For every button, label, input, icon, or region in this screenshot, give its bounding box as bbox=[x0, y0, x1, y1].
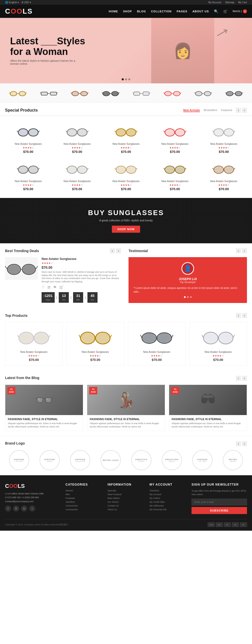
product-card[interactable]: New Aviator Sunglasses ★★★★☆ $70.00 bbox=[53, 157, 102, 194]
shop-now-button[interactable]: SHOP NOW bbox=[112, 226, 140, 233]
top-product-name: New Aviator Sunglasses bbox=[130, 351, 183, 353]
footer-link-women[interactable]: Women bbox=[66, 489, 103, 492]
top-product-card[interactable]: New Aviator Sunglasses ★★★★☆ $70.00 bbox=[5, 322, 63, 366]
top-products-prev-btn[interactable]: ‹ bbox=[236, 313, 241, 318]
blog-next-btn[interactable]: › bbox=[242, 376, 247, 381]
product-card[interactable]: New Aviator Sunglasses ★★★★☆ $70.00 bbox=[102, 120, 150, 157]
brands-next-btn[interactable]: › bbox=[242, 441, 247, 446]
top-product-card[interactable]: New Aviator Sunglasses ★★★★☆ $70.00 bbox=[189, 322, 247, 366]
glasses-filter-3[interactable] bbox=[68, 88, 91, 98]
product-card[interactable]: New Aviator Sunglasses ★★★★☆ $70.00 bbox=[150, 120, 199, 157]
footer-link-contact-us[interactable]: Contact Us bbox=[108, 504, 145, 507]
linkedin-icon[interactable]: in bbox=[21, 505, 27, 512]
footer-link-my-addresses[interactable]: My Addresses bbox=[149, 504, 186, 507]
my-cart-link[interactable]: My Cart bbox=[238, 1, 247, 4]
cart-icon[interactable]: 🛒 bbox=[223, 9, 228, 13]
footer-link-new-products[interactable]: New Products bbox=[108, 493, 145, 496]
brand-logo-4[interactable]: RETRO LOGO bbox=[101, 450, 121, 470]
footer-logo[interactable]: COOLS bbox=[5, 483, 60, 489]
tab-featured[interactable]: Featured bbox=[221, 109, 232, 112]
product-card[interactable]: New Aviator Sunglasses ★★★★☆ $70.00 bbox=[53, 120, 102, 157]
t-dot-2[interactable] bbox=[187, 296, 189, 298]
product-card[interactable]: New Aviator Sunglasses ★★★★☆ $70.00 bbox=[150, 157, 199, 194]
language-selector[interactable]: 🌐 English ▾ bbox=[5, 1, 19, 4]
brand-logo-1[interactable]: VINTAGE EST. 2015 bbox=[9, 450, 29, 470]
product-card[interactable]: New Aviator Sunglasses ★★★★☆ $70.00 bbox=[102, 157, 150, 194]
tab-new-arrivals[interactable]: New Arrivals bbox=[183, 109, 200, 112]
products-prev-btn[interactable]: ‹ bbox=[236, 108, 241, 113]
brand-logo-2[interactable]: HIPSTER BRAND bbox=[40, 450, 60, 470]
brand-logo-5[interactable]: CREATIVS STUDIO bbox=[131, 450, 151, 470]
sitemap-link[interactable]: Sitemap bbox=[225, 1, 234, 4]
footer-link-footwear[interactable]: Footwear bbox=[66, 497, 103, 499]
footer-link-my-orders[interactable]: My Orders bbox=[149, 497, 186, 499]
glasses-filter-4[interactable] bbox=[99, 88, 122, 98]
nav-collection[interactable]: COLLECTION bbox=[151, 10, 172, 13]
hero-dot-2[interactable] bbox=[125, 78, 127, 80]
glasses-filter-7[interactable] bbox=[192, 88, 214, 98]
footer-link-my-account[interactable]: My Account bbox=[149, 493, 186, 496]
testimonial-prev-btn[interactable]: ‹ bbox=[236, 248, 241, 253]
newsletter-email-input[interactable] bbox=[192, 499, 247, 505]
footer-link-jewellery[interactable]: Jewellery bbox=[66, 501, 103, 503]
footer-link-specials[interactable]: Specials bbox=[108, 489, 145, 492]
hero-dot-3[interactable] bbox=[128, 78, 130, 80]
nav-blog[interactable]: BLOG bbox=[137, 10, 146, 13]
currency-selector[interactable]: $ USD ▾ bbox=[21, 1, 31, 4]
top-product-card[interactable]: New Aviator Sunglasses ★★★★☆ $70.00 bbox=[67, 322, 124, 366]
product-card[interactable]: New Aviator Sunglasses ★★★★☆ $70.00 bbox=[199, 157, 248, 194]
trending-next-btn[interactable]: › bbox=[116, 248, 121, 253]
blog-prev-btn[interactable]: ‹ bbox=[236, 376, 241, 381]
brand-logo-6[interactable]: CREATIVES DESIGN bbox=[162, 450, 182, 470]
search-icon[interactable]: 🔍 bbox=[214, 9, 218, 13]
blog-card-3[interactable]: 🕶 11 AUG FASHIONS FADE, STYLE IS ETERNAL… bbox=[169, 385, 247, 431]
brand-logo-8[interactable]: RETRO BRAND bbox=[223, 450, 243, 470]
top-product-card[interactable]: New Aviator Sunglasses ★★★★☆ $70.00 bbox=[128, 322, 186, 366]
blog-card-1[interactable]: 👓 11 AUG FASHIONS FADE, STYLE IS ETERNAL… bbox=[5, 385, 83, 431]
logo[interactable]: COOLS bbox=[5, 7, 33, 15]
footer-link-personal-info[interactable]: My Personal Info bbox=[149, 508, 186, 511]
product-card[interactable]: New Aviator Sunglasses ★★★★☆ $70.00 bbox=[199, 120, 248, 157]
tab-bestsellers[interactable]: Bestsellers bbox=[204, 109, 217, 112]
compare-icon[interactable]: ⚖ bbox=[47, 285, 51, 289]
testimonial-next-btn[interactable]: › bbox=[242, 248, 247, 253]
top-products-next-btn[interactable]: › bbox=[242, 313, 247, 318]
glasses-filter-6[interactable] bbox=[161, 88, 184, 98]
newsletter-subscribe-btn[interactable]: SUBSCRIBE bbox=[192, 507, 247, 514]
nav-shop[interactable]: SHOP bbox=[123, 10, 132, 13]
product-card[interactable]: New Aviator Sunglasses ★★★★☆ $70.00 bbox=[4, 157, 53, 194]
glasses-filter-8[interactable] bbox=[223, 88, 245, 98]
t-dot-3[interactable] bbox=[190, 296, 192, 298]
wishlist-icon[interactable]: ♡ bbox=[42, 285, 45, 289]
brand-logo-7[interactable]: VINTAGE EST. 1985 bbox=[192, 450, 212, 470]
trending-prev-btn[interactable]: ‹ bbox=[110, 248, 115, 253]
product-card[interactable]: New Aviator Sunglasses ★★★★☆ $70.00 bbox=[4, 120, 53, 157]
nav-pages[interactable]: PAGES bbox=[177, 10, 187, 13]
view-icon[interactable]: 👁 bbox=[53, 285, 57, 289]
footer-link-accessories-1[interactable]: Accessories bbox=[66, 504, 103, 507]
footer-link-about-us[interactable]: About Us bbox=[108, 508, 145, 511]
t-dot-1[interactable] bbox=[184, 296, 186, 298]
nav-about[interactable]: ABOUT US bbox=[193, 10, 209, 13]
glasses-filter-5[interactable] bbox=[130, 88, 153, 98]
footer-link-credit-slips[interactable]: My Credit Slips bbox=[149, 501, 186, 503]
nav-home[interactable]: HOME bbox=[109, 10, 118, 13]
cart-add-icon[interactable]: 🛒 bbox=[59, 285, 64, 289]
footer-link-men[interactable]: Men bbox=[66, 493, 103, 496]
twitter-icon[interactable]: t bbox=[29, 505, 35, 512]
glasses-filter-1[interactable] bbox=[7, 88, 29, 98]
my-account-link[interactable]: My Account bbox=[208, 1, 222, 4]
glasses-filter-2[interactable] bbox=[38, 88, 60, 98]
footer-link-checkout[interactable]: Checkout bbox=[149, 489, 186, 492]
brands-prev-btn[interactable]: ‹ bbox=[236, 441, 241, 446]
footer-link-best-sellers[interactable]: Best Sellers bbox=[108, 497, 145, 499]
footer-link-our-stores[interactable]: Our Stores bbox=[108, 501, 145, 503]
hero-dot-1[interactable] bbox=[122, 78, 124, 80]
brand-logo-3[interactable]: VINTAGE COLLECTION bbox=[70, 450, 90, 470]
products-next-btn[interactable]: › bbox=[242, 108, 247, 113]
blog-card-2[interactable]: 💃 11 AUG FASHIONS FADE, STYLE IS ETERNAL… bbox=[87, 385, 165, 431]
product-stars: ★★★★☆ bbox=[104, 184, 148, 186]
facebook-icon[interactable]: f bbox=[5, 505, 11, 512]
footer-link-accessories-2[interactable]: Accessories bbox=[66, 508, 103, 511]
google-plus-icon[interactable]: G bbox=[13, 505, 19, 512]
